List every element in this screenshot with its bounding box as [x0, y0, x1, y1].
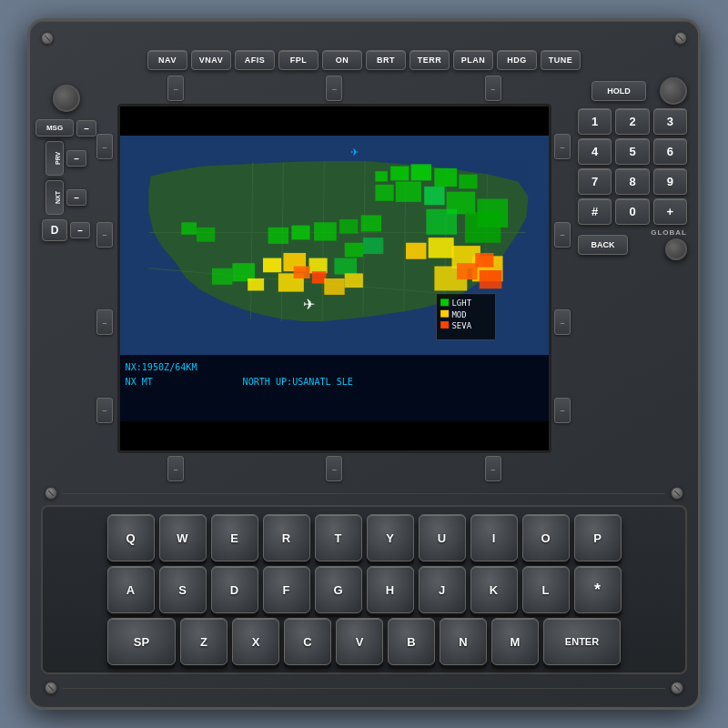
key-q[interactable]: Q — [107, 514, 155, 561]
soft-key-top-2[interactable]: – — [326, 76, 342, 101]
soft-key-right-2[interactable]: – — [554, 222, 571, 248]
key-z[interactable]: Z — [180, 618, 228, 665]
msg-button[interactable]: MSG — [35, 119, 74, 136]
key-d[interactable]: D — [211, 566, 258, 613]
keyboard-row-1: QWERTYUIOP — [52, 514, 676, 561]
num-button-0[interactable]: 0 — [615, 198, 649, 225]
soft-key-top-1[interactable]: – — [167, 76, 184, 101]
right-knob-bottom[interactable] — [665, 238, 687, 260]
right-knob-top[interactable] — [660, 77, 687, 105]
num-button-2[interactable]: 2 — [615, 108, 649, 135]
num-button-+[interactable]: + — [653, 198, 687, 225]
back-button[interactable]: BACK — [578, 235, 628, 255]
svg-text:NORTH UP:USANATL SLE: NORTH UP:USANATL SLE — [243, 377, 353, 387]
num-button-1[interactable]: 1 — [578, 108, 612, 135]
key-v[interactable]: V — [336, 618, 383, 665]
svg-rect-36 — [181, 222, 197, 234]
left-soft-keys: – – – – — [96, 104, 115, 453]
key-enter[interactable]: ENTER — [543, 618, 621, 665]
key-e[interactable]: E — [211, 514, 258, 561]
nxt-button[interactable]: NXT — [46, 180, 64, 215]
soft-key-left-3[interactable]: – — [96, 309, 113, 335]
soft-key-right-4[interactable]: – — [554, 398, 571, 423]
key-sp[interactable]: SP — [107, 618, 176, 665]
key-a[interactable]: A — [107, 566, 155, 613]
nxt-dash-btn[interactable]: – — [66, 189, 86, 206]
fn-button-plan[interactable]: PLAN — [453, 50, 493, 70]
key-h[interactable]: H — [367, 566, 414, 613]
soft-key-right-1[interactable]: – — [554, 134, 571, 159]
svg-text:✈: ✈ — [303, 297, 315, 312]
keyboard-row-2: ASDFGHJKL* — [52, 566, 676, 613]
svg-rect-21 — [426, 209, 457, 235]
key-k[interactable]: K — [470, 566, 518, 613]
soft-key-bot-2[interactable]: – — [326, 456, 342, 481]
svg-rect-54 — [440, 298, 449, 306]
num-button-7[interactable]: 7 — [578, 168, 612, 195]
function-buttons: NAVVNAVAFISFPLONBRTTERRPLANHDGTUNE — [41, 50, 687, 70]
svg-text:NX:1950Z/64KM: NX:1950Z/64KM — [126, 362, 197, 372]
key-b[interactable]: B — [388, 618, 435, 665]
d-button[interactable]: D — [42, 219, 67, 241]
fn-button-tune[interactable]: TUNE — [541, 50, 581, 70]
soft-key-right-3[interactable]: – — [554, 309, 571, 335]
key-c[interactable]: C — [284, 618, 331, 665]
key-i[interactable]: I — [470, 514, 518, 561]
num-button-#[interactable]: # — [578, 198, 612, 225]
svg-rect-12 — [411, 164, 431, 180]
num-button-8[interactable]: 8 — [615, 168, 649, 195]
num-button-3[interactable]: 3 — [653, 108, 687, 135]
key-s[interactable]: S — [159, 566, 207, 613]
svg-text:LGHT: LGHT — [451, 298, 471, 308]
msg-dash-btn[interactable]: – — [76, 120, 96, 136]
soft-key-top-3[interactable]: – — [485, 76, 501, 101]
soft-key-left-2[interactable]: – — [96, 222, 113, 248]
fn-button-on[interactable]: ON — [322, 50, 362, 70]
key-m[interactable]: M — [491, 618, 539, 665]
svg-rect-41 — [363, 238, 383, 254]
key-o[interactable]: O — [522, 514, 570, 561]
key-p[interactable]: P — [574, 514, 622, 561]
svg-rect-38 — [212, 268, 232, 285]
key-f[interactable]: F — [263, 566, 310, 613]
map-screen: ✈ ✈ LGHT MOD — [117, 104, 551, 453]
soft-key-left-1[interactable]: – — [96, 134, 113, 159]
key-n[interactable]: N — [440, 618, 487, 665]
key-u[interactable]: U — [419, 514, 466, 561]
key-l[interactable]: L — [522, 566, 570, 613]
svg-rect-43 — [268, 228, 288, 244]
fn-button-afis[interactable]: AFIS — [235, 50, 275, 70]
left-knob[interactable] — [53, 85, 80, 112]
soft-key-left-4[interactable]: – — [96, 398, 113, 423]
num-button-6[interactable]: 6 — [653, 138, 687, 165]
prv-button[interactable]: PRV — [46, 141, 64, 176]
fn-button-hdg[interactable]: HDG — [497, 50, 537, 70]
key-g[interactable]: G — [315, 566, 362, 613]
num-button-4[interactable]: 4 — [578, 138, 612, 165]
key-t[interactable]: T — [315, 514, 362, 561]
bottom-right-row: BACK GLOBAL — [578, 228, 687, 260]
soft-key-bot-1[interactable]: – — [167, 456, 184, 481]
svg-rect-45 — [314, 222, 337, 240]
hold-button[interactable]: HOLD — [592, 81, 646, 101]
fn-button-vnav[interactable]: VNAV — [191, 50, 231, 70]
fn-button-nav[interactable]: NAV — [147, 50, 187, 70]
key-w[interactable]: W — [159, 514, 207, 561]
svg-rect-33 — [457, 263, 477, 279]
fn-button-fpl[interactable]: FPL — [278, 50, 318, 70]
soft-key-bot-3[interactable]: – — [485, 456, 501, 481]
key-j[interactable]: J — [419, 566, 466, 613]
svg-rect-50 — [345, 273, 363, 288]
fn-button-terr[interactable]: TERR — [410, 50, 450, 70]
key-star[interactable]: * — [574, 566, 622, 613]
right-soft-keys: – – – – — [554, 104, 572, 453]
key-x[interactable]: X — [232, 618, 279, 665]
svg-rect-44 — [291, 226, 309, 240]
num-button-9[interactable]: 9 — [653, 168, 687, 195]
fn-button-brt[interactable]: BRT — [366, 50, 406, 70]
d-dash-btn[interactable]: – — [70, 222, 90, 238]
key-r[interactable]: R — [263, 514, 310, 561]
key-y[interactable]: Y — [367, 514, 414, 561]
prv-dash-btn[interactable]: – — [66, 150, 86, 167]
num-button-5[interactable]: 5 — [615, 138, 649, 165]
